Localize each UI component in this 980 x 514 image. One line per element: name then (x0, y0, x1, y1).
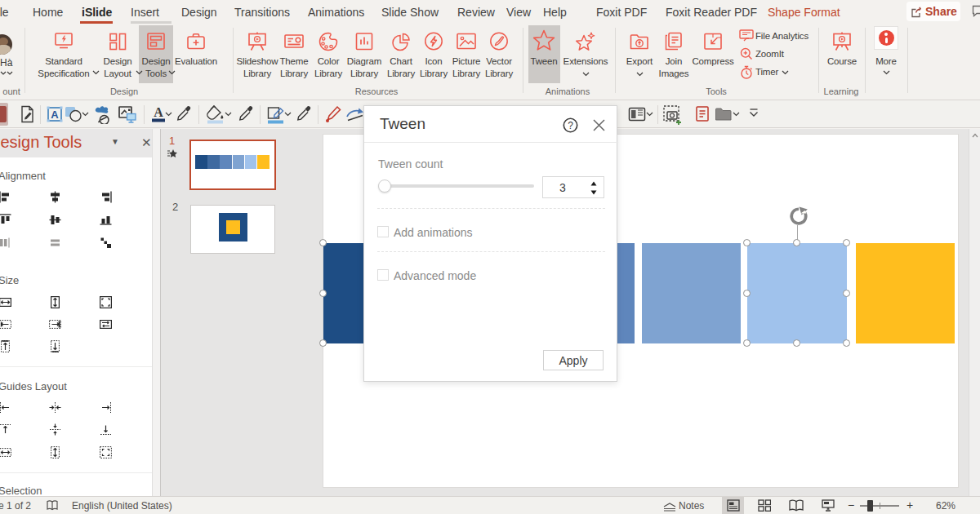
svg-text:A: A (154, 105, 163, 119)
svg-text:A: A (51, 109, 59, 121)
svg-text:?: ? (568, 120, 573, 131)
